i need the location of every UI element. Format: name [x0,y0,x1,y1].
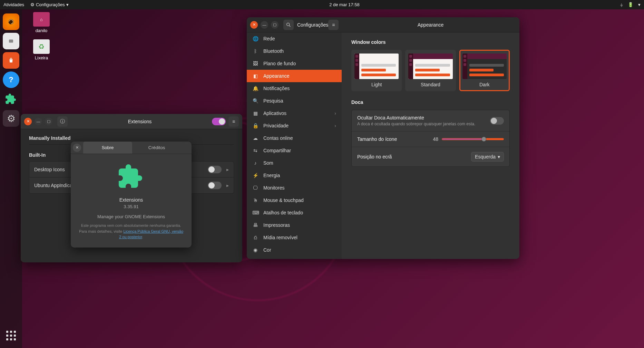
tab-about[interactable]: Sobre [83,142,132,154]
appearance-icon: ◧ [252,73,258,79]
folder-icon [8,38,14,44]
nav-aplicativos[interactable]: ▦Aplicativos› [247,107,342,119]
nav-notificacoes[interactable]: 🔔Notificações [247,82,342,95]
position-value: Esquerda [475,154,496,160]
extensions-title: Extensions [68,119,212,124]
nav-monitores[interactable]: 🖵Monitores [247,182,342,194]
dock-panel: Ocultar Doca Automaticamente A doca é oc… [351,110,510,167]
top-bar: Atividades ⚙ Configurações ▾ 2 de mar 17… [0,0,644,9]
nav-midia-removivel[interactable]: ⎙Mídia removível [247,231,342,244]
app-menu-label: Configurações [36,2,65,7]
bag-icon [8,57,14,64]
about-close-button[interactable]: ✕ [73,144,81,152]
nav-energia[interactable]: ⚡Energia [247,169,342,182]
nav-label: Impressoras [263,222,290,228]
icon-size-label: Tamanho do ícone [357,136,397,142]
dock-firefox[interactable] [3,13,19,30]
hamburger-button[interactable]: ≡ [228,116,239,127]
nav-plano-de-fundo[interactable]: 🖼Plano de fundo [247,57,342,70]
chevron-right-icon[interactable]: ▸ [226,183,229,188]
about-dialog: ✕ Sobre Créditos Extensions 3.35.91 Mana… [71,142,192,248]
help-icon: ? [9,75,13,84]
maximize-button[interactable]: ▢ [271,21,279,29]
window-colors-header: Window colors [351,39,510,45]
picture-icon: 🖼 [252,61,258,66]
chevron-down-icon: ▾ [498,154,500,160]
minimize-button[interactable]: — [261,21,268,29]
extension-toggle[interactable] [208,166,222,173]
clock[interactable]: 2 de mar 17:58 [329,2,359,7]
dock-settings[interactable]: ⚙ [3,110,19,127]
minimize-button[interactable]: — [35,118,42,125]
search-icon [286,22,291,28]
app-menu[interactable]: ⚙ Configurações ▾ [30,2,69,7]
nav-label: Compartilhar [263,148,291,153]
icon-size-slider[interactable] [442,138,504,140]
keyboard-icon: ⌨ [252,210,258,215]
dock-files[interactable] [3,33,19,49]
nav-compartilhar[interactable]: ⇆Compartilhar [247,144,342,157]
extensions-master-toggle[interactable] [212,118,226,125]
theme-label: Light [354,82,399,87]
gear-icon: ⚙ [30,2,35,7]
nav-mouse-touchpad[interactable]: 🖱Mouse & touchpad [247,194,342,206]
network-icon[interactable]: ⏚ [620,2,623,7]
theme-standard[interactable]: Standard [405,50,456,91]
dock-apps-button[interactable] [3,327,19,344]
nav-impressoras[interactable]: 🖶Impressoras [247,219,342,231]
bell-icon: 🔔 [252,86,258,91]
puzzle-icon [115,160,148,193]
nav-label: Contas online [263,135,293,141]
dock-software[interactable] [3,52,19,69]
extension-name: Desktop Icons [34,167,65,172]
nav-bluetooth[interactable]: ᛒBluetooth [247,45,342,57]
theme-light[interactable]: Light [351,50,402,91]
close-button[interactable]: ✕ [24,118,32,125]
nav-privacidade[interactable]: 🔒Privacidade› [247,119,342,132]
bluetooth-icon: ᛒ [252,48,258,54]
position-dropdown[interactable]: Esquerda ▾ [471,152,504,162]
nav-som[interactable]: ♪Som [247,157,342,169]
theme-label: Standard [408,82,452,87]
nav-label: Bluetooth [263,48,284,54]
desktop-icons: ⌂ danilo ♻ Lixeira [28,12,55,67]
tab-credits[interactable]: Créditos [132,142,181,154]
nav-contas-online[interactable]: ☁Contas online [247,132,342,144]
mouse-icon: 🖱 [252,197,258,203]
apps-icon: ▦ [252,110,258,116]
nav-label: Som [263,160,273,166]
extension-toggle[interactable] [208,182,222,189]
info-button[interactable]: ⓘ [57,116,68,127]
dock-help[interactable]: ? [3,71,19,88]
autohide-toggle[interactable] [490,117,504,125]
chevron-down-icon: ▾ [66,2,69,7]
settings-left-title: Configurações [294,22,328,28]
nav-label: Mouse & touchpad [263,197,304,203]
svg-rect-1 [9,40,13,43]
battery-icon[interactable]: 🔋 [628,2,633,7]
desktop-trash[interactable]: ♻ Lixeira [28,39,55,60]
nav-cor[interactable]: ◉Cor [247,244,342,256]
maximize-button[interactable]: ▢ [45,118,52,125]
power-icon: ⚡ [252,173,258,178]
nav-atalhos[interactable]: ⌨Atalhos de teclado [247,206,342,219]
chevron-right-icon[interactable]: ▸ [226,167,229,172]
nav-rede[interactable]: 🌐Rede [247,32,342,45]
desktop-home-folder[interactable]: ⌂ danilo [28,12,55,33]
search-button[interactable] [283,20,294,30]
nav-appearance[interactable]: ◧Appearance [247,70,342,82]
chevron-right-icon: › [334,123,336,128]
close-button[interactable]: ✕ [250,21,258,29]
theme-dark[interactable]: Dark [459,50,510,91]
gear-icon: ⚙ [7,113,16,124]
activities-button[interactable]: Atividades [3,2,24,7]
hamburger-button[interactable]: ≡ [328,20,339,30]
dock-extensions[interactable] [3,91,19,107]
autohide-label: Ocultar Doca Automaticamente [357,115,475,120]
home-icon: ⌂ [40,17,43,22]
chevron-down-icon[interactable]: ▾ [638,2,641,7]
lock-icon: 🔒 [252,123,258,128]
settings-left-titlebar: ✕ — ▢ Configurações ≡ [247,17,342,32]
nav-pesquisa[interactable]: 🔍Pesquisa [247,95,342,107]
license-link[interactable]: Licença Pública Geral GNU, versão 2 ou p… [119,229,183,239]
